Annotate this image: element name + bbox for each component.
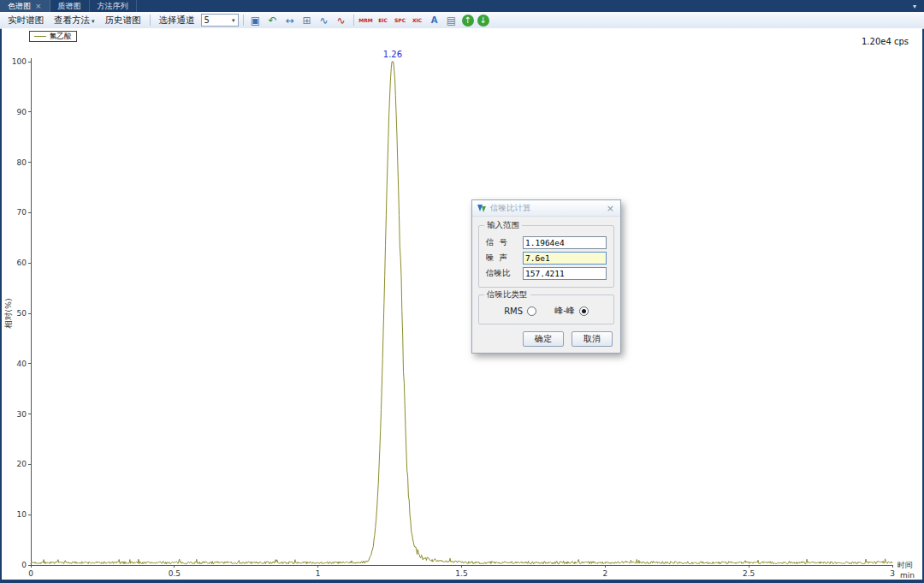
noise-label: 噪 声 — [486, 253, 518, 264]
snr-type-group: 信噪比类型 RMS 峰-峰 — [478, 294, 614, 324]
toolbar-separator — [150, 15, 151, 26]
legend-series-label: 氟乙酸 — [50, 32, 72, 42]
select-channel-button[interactable]: 选择通道 — [155, 14, 199, 27]
snr-type-options: RMS 峰-峰 — [486, 303, 607, 319]
svg-text:70: 70 — [17, 208, 27, 217]
noise-input[interactable] — [523, 252, 607, 265]
svg-text:0.5: 0.5 — [169, 569, 181, 578]
fit-width-icon[interactable]: ↔ — [282, 14, 298, 27]
app-logo-icon — [477, 203, 487, 213]
input-range-group: 输入范围 信 号 噪 声 信噪比 — [478, 225, 614, 288]
rms-radio[interactable] — [527, 306, 536, 316]
peak-peak-option-label: 峰-峰 — [554, 305, 575, 317]
view-method-dropdown[interactable]: 查看方法▾ — [50, 14, 99, 27]
svg-text:60: 60 — [17, 259, 27, 267]
peak-peak-option[interactable]: 峰-峰 — [554, 305, 589, 317]
svg-text:3: 3 — [890, 569, 895, 578]
spectrum-red-icon[interactable]: ∿ — [334, 14, 349, 27]
document-tab-bar: 色谱图 × 质谱图 方法序列 ▾ — [0, 0, 924, 12]
report-icon[interactable]: ▤ — [444, 14, 459, 27]
chromatogram-panel: 010203040506070809010000.511.522.53相对(%)… — [2, 28, 922, 580]
rms-option[interactable]: RMS — [504, 306, 536, 316]
signal-row: 信 号 — [486, 236, 607, 249]
tab-overflow-icon[interactable]: ▾ — [905, 0, 924, 12]
ok-button[interactable]: 确定 — [523, 331, 564, 347]
snr-dialog-body: 输入范围 信 号 噪 声 信噪比 信噪比类型 RMS — [472, 217, 620, 353]
rms-option-label: RMS — [504, 306, 523, 316]
undo-zoom-icon[interactable]: ↶ — [265, 14, 281, 27]
snr-dialog-title: 信噪比计算 — [490, 203, 531, 214]
snr-label: 信噪比 — [486, 268, 518, 279]
svg-text:30: 30 — [17, 410, 27, 419]
xic-icon[interactable]: XIC — [410, 14, 425, 27]
channel-select-value: 5 — [204, 15, 210, 25]
dialog-close-icon[interactable]: × — [605, 203, 616, 214]
snr-type-group-label: 信噪比类型 — [484, 289, 530, 300]
eic-icon[interactable]: EIC — [376, 14, 391, 27]
history-spectrum-button[interactable]: 历史谱图 — [101, 14, 145, 27]
svg-text:相对(%): 相对(%) — [3, 298, 13, 328]
cancel-button[interactable]: 取消 — [572, 331, 613, 347]
copy-graph-icon[interactable]: ⊞ — [299, 14, 315, 27]
app-window: { "tab_bar": { "tabs": [ {"label": "色谱图"… — [0, 0, 924, 583]
snr-row: 信噪比 — [486, 267, 607, 280]
chevron-down-icon: ▾ — [92, 18, 95, 25]
signal-label: 信 号 — [486, 237, 518, 248]
max-intensity-label: 1.20e4 cps — [862, 37, 909, 46]
tab-method-sequence[interactable]: 方法序列 — [90, 0, 137, 12]
chromatogram-toolbar: 实时谱图 查看方法▾ 历史谱图 选择通道 5 ▾ ▣ ↶ ↔ ⊞ ∿ ∿ MRM… — [0, 12, 924, 29]
annotate-icon[interactable]: A — [427, 14, 442, 27]
tab-chromatogram-label: 色谱图 — [8, 1, 31, 12]
dialog-buttons: 确定 取消 — [478, 331, 614, 347]
snr-dialog-titlebar[interactable]: 信噪比计算 × — [472, 200, 620, 217]
snr-input[interactable] — [523, 267, 607, 280]
snr-dialog: 信噪比计算 × 输入范围 信 号 噪 声 信噪比 信噪比类型 RMS — [471, 199, 621, 354]
svg-text:50: 50 — [17, 309, 27, 318]
svg-text:0: 0 — [28, 569, 33, 578]
svg-text:1: 1 — [316, 569, 321, 578]
toolbar-separator — [243, 15, 244, 26]
svg-text:1.26: 1.26 — [383, 50, 402, 59]
svg-text:min: min — [900, 571, 915, 580]
spc-icon[interactable]: SPC — [393, 14, 408, 27]
chromatogram-plot[interactable]: 010203040506070809010000.511.522.53相对(%)… — [2, 28, 922, 580]
noise-row: 噪 声 — [486, 252, 607, 265]
tab-mass-spectrum-label: 质谱图 — [58, 1, 81, 12]
svg-text:80: 80 — [17, 158, 27, 167]
chart-legend: 氟乙酸 — [29, 31, 77, 42]
scroll-down-icon[interactable]: ↓ — [477, 15, 489, 27]
scroll-up-icon[interactable]: ↑ — [462, 15, 474, 27]
tab-close-icon[interactable]: × — [35, 3, 42, 10]
peak-peak-radio[interactable] — [579, 306, 589, 316]
svg-text:10: 10 — [17, 510, 27, 519]
tab-method-sequence-label: 方法序列 — [98, 1, 128, 12]
tab-chromatogram[interactable]: 色谱图 × — [0, 0, 50, 12]
signal-input[interactable] — [523, 236, 607, 249]
toolbar-separator — [353, 15, 354, 26]
channel-select[interactable]: 5 ▾ — [201, 14, 239, 27]
svg-text:40: 40 — [17, 360, 27, 368]
legend-line-swatch — [34, 36, 46, 37]
realtime-spectrum-button[interactable]: 实时谱图 — [3, 14, 48, 27]
zoom-extent-icon[interactable]: ▣ — [248, 14, 264, 27]
svg-text:2.5: 2.5 — [743, 569, 755, 578]
svg-text:2: 2 — [602, 569, 607, 578]
svg-text:100: 100 — [12, 57, 27, 66]
svg-text:0: 0 — [21, 561, 27, 569]
svg-text:90: 90 — [17, 108, 27, 116]
tab-mass-spectrum[interactable]: 质谱图 — [50, 0, 90, 12]
mrm-icon[interactable]: MRM — [358, 14, 374, 27]
view-method-label: 查看方法 — [54, 15, 90, 25]
input-range-group-label: 输入范围 — [484, 220, 522, 231]
chevron-down-icon: ▾ — [232, 17, 235, 24]
spectrum-blue-icon[interactable]: ∿ — [317, 14, 332, 27]
svg-text:1.5: 1.5 — [455, 569, 467, 578]
svg-text:20: 20 — [17, 460, 27, 468]
svg-text:时间: 时间 — [897, 561, 913, 569]
